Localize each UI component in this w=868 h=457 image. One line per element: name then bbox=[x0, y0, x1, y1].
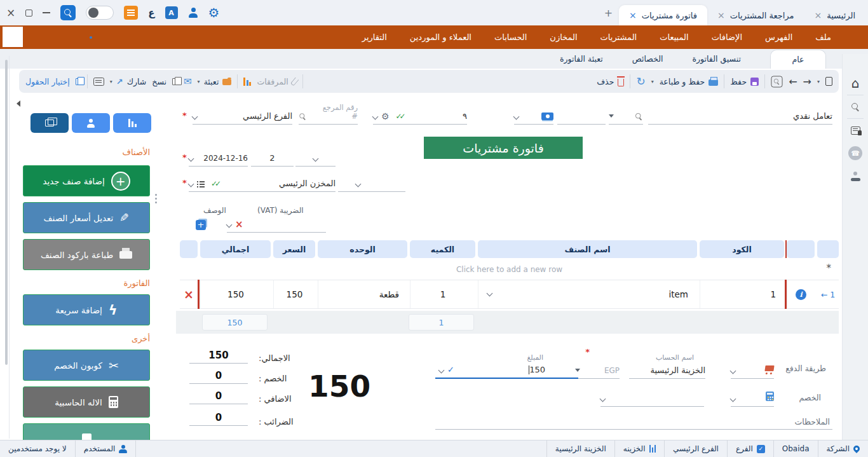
status-branch[interactable]: ✓ الفرع bbox=[728, 440, 773, 457]
additional-value[interactable]: 0 bbox=[189, 390, 248, 404]
notes-field[interactable] bbox=[435, 411, 832, 430]
discount-value[interactable]: 0 bbox=[189, 370, 248, 384]
menu-clients-suppliers[interactable]: العملاء و الموردين bbox=[410, 32, 471, 42]
home-button[interactable]: ⌂ bbox=[843, 72, 868, 95]
serial-field[interactable]: ٩ ✓✓ ⚙ bbox=[373, 104, 467, 125]
qty-cell[interactable]: 1 bbox=[410, 280, 475, 308]
chevron-down-icon[interactable] bbox=[600, 396, 606, 402]
chevron-down-icon[interactable] bbox=[188, 156, 194, 162]
language-letter[interactable]: ع bbox=[148, 7, 154, 18]
close-tab-icon[interactable]: × bbox=[629, 10, 637, 20]
users-view-button[interactable] bbox=[72, 113, 110, 133]
col-name[interactable]: اسم الصنف bbox=[478, 240, 697, 258]
col-price[interactable]: السعر bbox=[273, 240, 315, 258]
chevron-down-icon[interactable] bbox=[730, 368, 736, 374]
vat-field[interactable]: × bbox=[227, 216, 326, 233]
new-document-button[interactable] bbox=[825, 77, 832, 86]
reference-number-field[interactable]: رقم المرجع # bbox=[299, 104, 358, 125]
table-row[interactable]: ← 1 i 1 item 1 قطعة 150 150 × bbox=[180, 280, 839, 309]
collapse-sidebar-icon[interactable] bbox=[17, 100, 20, 107]
chevron-down-icon[interactable] bbox=[513, 114, 520, 120]
tab-home[interactable]: الرئيسية × bbox=[804, 5, 865, 25]
discount-coupon-button[interactable]: ✂ كوبون الخصم bbox=[23, 350, 150, 381]
supplier-search-field[interactable] bbox=[609, 104, 643, 125]
menu-sales[interactable]: المبيعات bbox=[660, 32, 688, 42]
save-print-button[interactable]: حفظ و طباعة bbox=[660, 77, 719, 86]
tab-invoice-format[interactable]: تنسيق الفاتورة bbox=[692, 54, 741, 69]
price-cell[interactable]: 150 bbox=[273, 280, 315, 308]
amount-field[interactable]: 150 ✓ bbox=[435, 353, 578, 379]
dropdown-triangle-icon[interactable] bbox=[609, 114, 614, 118]
search-button[interactable] bbox=[60, 5, 76, 20]
status-user[interactable]: المستخدم bbox=[76, 440, 136, 457]
attachments-button[interactable]: المرفقات bbox=[257, 77, 296, 86]
invoice-number-field[interactable]: 2 bbox=[251, 146, 294, 167]
user-icon[interactable] bbox=[188, 8, 198, 18]
total-cell[interactable]: 150 bbox=[200, 280, 271, 308]
menu-button[interactable] bbox=[124, 6, 138, 20]
close-button[interactable]: × bbox=[6, 6, 15, 19]
add-description-icon[interactable]: + bbox=[196, 220, 206, 230]
chevron-down-icon[interactable] bbox=[438, 367, 445, 374]
translate-icon[interactable]: A bbox=[165, 6, 178, 19]
rail-report-button[interactable] bbox=[843, 119, 868, 142]
add-row-line[interactable]: Click here to add a new row bbox=[180, 261, 839, 278]
delete-button[interactable]: حذف bbox=[597, 76, 624, 86]
menu-accounts[interactable]: الحسابات bbox=[494, 32, 527, 42]
choose-fields-button[interactable]: إختيار الحقول bbox=[25, 77, 81, 86]
menu-warehouses[interactable]: المخازن bbox=[550, 32, 577, 42]
share-button[interactable]: شارك↗▾ bbox=[110, 77, 147, 86]
windows-view-button[interactable] bbox=[31, 113, 69, 133]
email-button[interactable]: ✉ bbox=[184, 77, 192, 86]
menu-reports[interactable]: التقارير bbox=[362, 32, 387, 42]
delete-row-cell[interactable]: × bbox=[180, 280, 198, 308]
calculator-button[interactable]: الاله الحاسبية bbox=[23, 386, 150, 418]
minimize-button[interactable] bbox=[43, 12, 50, 13]
close-tab-icon[interactable]: × bbox=[717, 10, 725, 20]
theme-toggle[interactable] bbox=[86, 6, 114, 20]
unit-cell[interactable]: قطعة bbox=[318, 280, 407, 308]
stats-view-button[interactable] bbox=[113, 113, 151, 133]
forward-button[interactable]: → bbox=[803, 76, 811, 88]
partial-bottom-button[interactable] bbox=[23, 423, 150, 440]
discount-value-field[interactable] bbox=[600, 385, 704, 407]
stats-button[interactable] bbox=[243, 78, 251, 86]
menu-index[interactable]: الفهرس bbox=[765, 32, 792, 42]
chevron-down-icon[interactable] bbox=[192, 114, 198, 120]
tab-purchases-review[interactable]: مراجعة المشتريات × bbox=[707, 5, 804, 25]
account-name-field[interactable]: الخزينة الرئيسية bbox=[629, 353, 705, 379]
col-total[interactable]: اجمالي bbox=[200, 240, 271, 258]
chevron-down-icon[interactable]: ▾ bbox=[817, 79, 820, 85]
tab-invoice-fill[interactable]: تعبئة الفاتورة bbox=[560, 54, 603, 69]
status-user-value[interactable]: لا يوجد مستخدمين bbox=[0, 440, 75, 457]
edit-item-prices-button[interactable]: ✎ تعديل أسعار الصنف bbox=[23, 202, 150, 233]
taxes-value[interactable]: 0 bbox=[189, 412, 248, 426]
delete-row-icon[interactable]: × bbox=[184, 290, 194, 299]
col-code[interactable]: الكود bbox=[700, 240, 784, 258]
rail-user-button[interactable] bbox=[843, 165, 868, 188]
print-barcode-button[interactable]: طباعة باركود الصنف bbox=[23, 239, 150, 270]
rail-phone-button[interactable]: ☎ bbox=[843, 142, 868, 165]
fill-button[interactable]: تعبئة▾ bbox=[198, 77, 232, 86]
chevron-down-icon[interactable] bbox=[188, 181, 194, 188]
payment-method-field[interactable] bbox=[731, 353, 774, 379]
row-info-cell[interactable]: i bbox=[787, 280, 815, 308]
invoice-number-dropdown[interactable] bbox=[295, 146, 336, 167]
status-treasury[interactable]: الخزينه bbox=[615, 440, 664, 457]
date-field[interactable]: 2024-12-16 bbox=[189, 146, 248, 167]
chevron-down-icon[interactable] bbox=[487, 290, 493, 297]
tab-general[interactable]: عام bbox=[770, 50, 826, 69]
copy-button[interactable]: نسخ bbox=[152, 77, 178, 86]
currency-field[interactable]: EGP bbox=[575, 357, 620, 379]
chevron-down-icon[interactable] bbox=[372, 114, 379, 120]
payment-mode-field[interactable]: تعامل نقدي bbox=[648, 104, 832, 125]
status-treasury-value[interactable]: الخزينة الرئيسية bbox=[547, 440, 614, 457]
chevron-down-icon[interactable] bbox=[355, 181, 362, 188]
total-value[interactable]: 150 bbox=[189, 350, 248, 364]
clear-vat-icon[interactable]: × bbox=[235, 220, 243, 229]
quick-add-button[interactable]: ϟ إضافة سريعة bbox=[23, 294, 150, 325]
scrollbar-thumb[interactable] bbox=[5, 60, 8, 365]
list-icon[interactable] bbox=[197, 181, 205, 188]
chevron-down-icon[interactable] bbox=[313, 156, 319, 162]
refresh-button[interactable]: ↻ bbox=[636, 76, 645, 87]
